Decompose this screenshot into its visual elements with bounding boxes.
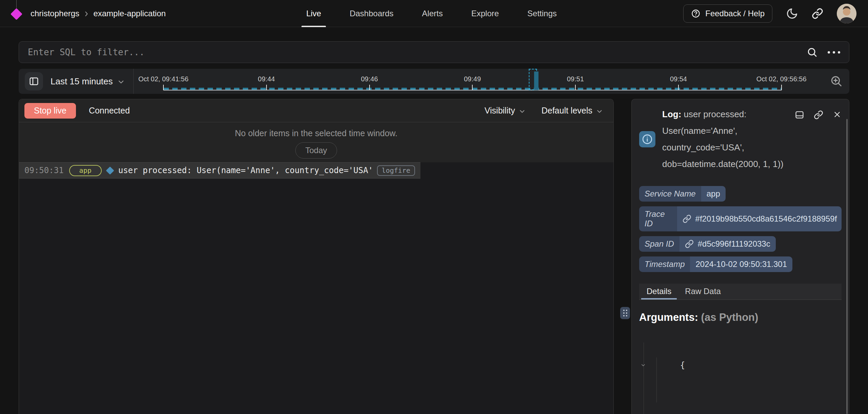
chevron-down-icon [596, 108, 603, 115]
live-panel-header: Stop live Connected Visibility Default l… [19, 99, 613, 122]
field-label: Service Name [639, 186, 701, 202]
info-level-icon [639, 131, 655, 147]
timeline-tick-label: 09:51 [567, 75, 584, 83]
tab-details[interactable]: Details [641, 283, 677, 299]
breadcrumb-separator-icon [83, 9, 92, 18]
more-options-icon[interactable] [828, 51, 840, 54]
field-label: Span ID [639, 236, 679, 252]
dock-bottom-icon [795, 110, 804, 120]
moon-icon [786, 7, 798, 20]
logo-diamond-icon [11, 8, 22, 20]
field-label: Trace ID [639, 206, 677, 231]
copy-link-button[interactable] [814, 110, 823, 120]
detail-tabs: Details Raw Data [639, 284, 842, 300]
panel-left-icon [29, 76, 39, 86]
timeline-tick [678, 85, 679, 90]
primary-nav-tabs: Live Dashboards Alerts Explore Settings [306, 0, 557, 27]
timeline-track[interactable]: Oct 02, 09:41:56 09:44 09:46 09:49 09:51… [134, 69, 814, 94]
tab-explore[interactable]: Explore [471, 0, 499, 27]
timeline-bar: Last 15 minutes Oct 02, 09:41:56 09:44 0… [19, 69, 849, 94]
question-circle-icon [691, 9, 701, 18]
detail-header-actions [795, 106, 842, 172]
sql-filter-bar [19, 41, 849, 63]
timeline-histogram-bar[interactable] [534, 71, 538, 90]
user-avatar[interactable] [837, 4, 856, 23]
detail-header: Log: user processed: User(name='Anne', c… [639, 106, 842, 172]
tab-raw-data[interactable]: Raw Data [679, 283, 726, 299]
breadcrumb-org[interactable]: christophergs [31, 9, 79, 18]
timeline-start-label: Oct 02, 09:41:56 [138, 75, 189, 83]
connection-status: Connected [89, 106, 130, 116]
arguments-python-tree: { 'user': User( name='Anne', country_cod… [639, 329, 842, 414]
log-row[interactable]: 09:50:31 app user processed: User(name='… [19, 162, 420, 179]
link-icon [814, 110, 823, 120]
log-level-diamond-icon [106, 166, 114, 174]
arguments-heading: Arguments: (as Python) [639, 311, 842, 324]
time-range-dropdown[interactable]: Last 15 minutes [51, 76, 125, 87]
breadcrumb-project[interactable]: example-application [93, 9, 165, 18]
detail-fields: Service Name app Trace ID #f2019b98b550c… [639, 186, 842, 272]
timeline-controls: Last 15 minutes [25, 72, 125, 90]
field-trace-id: Trace ID #f2019b98b550cd8a61546c2f918895… [639, 206, 842, 231]
field-value: #d5c996f11192033c [679, 236, 776, 252]
today-button[interactable]: Today [295, 142, 337, 159]
log-row-message: user processed: User(name='Anne', countr… [118, 166, 372, 175]
chevron-down-icon [117, 78, 125, 86]
navbar-actions: Feedback / Help [683, 4, 856, 23]
feedback-help-button[interactable]: Feedback / Help [683, 4, 772, 23]
field-span-id: Span ID #d5c996f11192033c [639, 236, 776, 252]
visibility-dropdown[interactable]: Visibility [485, 106, 526, 116]
theme-toggle-button[interactable] [786, 7, 798, 20]
code-line: 'user': User( [639, 387, 842, 414]
zoom-in-icon [830, 75, 843, 87]
service-badge[interactable]: app [69, 165, 102, 176]
live-controls: Visibility Default levels [485, 106, 608, 116]
field-value: #f2019b98b550cd8a61546c2f9188959f [677, 206, 842, 231]
field-value: app [701, 186, 726, 202]
sidebar-toggle-button[interactable] [25, 72, 43, 90]
link-icon[interactable] [685, 240, 694, 248]
link-icon[interactable] [683, 214, 691, 223]
span-detail-panel: Log: user processed: User(name='Anne', c… [631, 99, 849, 414]
dock-panel-button[interactable] [795, 110, 804, 120]
share-link-button[interactable] [812, 8, 823, 19]
logfire-tag-badge[interactable]: logfire [377, 165, 415, 176]
breadcrumb: christophergs example-application [31, 9, 166, 18]
field-timestamp: Timestamp 2024-10-02 09:50:31.301 [639, 256, 792, 272]
close-icon [833, 110, 842, 119]
timeline-tick-label: 09:49 [464, 75, 481, 83]
timeline-tick [266, 85, 267, 90]
field-value: 2024-10-02 09:50:31.301 [690, 256, 792, 272]
timeline-tick-label: 09:54 [670, 75, 687, 83]
empty-window-zone: No older items in the selected time wind… [19, 122, 613, 162]
field-label: Timestamp [639, 256, 690, 272]
timeline-tick-label: 09:44 [258, 75, 275, 83]
top-navbar: christophergs example-application Live D… [0, 0, 868, 27]
chevron-down-icon [518, 108, 526, 115]
tab-dashboards[interactable]: Dashboards [350, 0, 393, 27]
code-line: { [639, 329, 842, 387]
close-detail-button[interactable] [833, 110, 842, 119]
default-levels-dropdown[interactable]: Default levels [541, 106, 603, 116]
sql-filter-input[interactable] [28, 47, 796, 57]
tab-settings[interactable]: Settings [527, 0, 557, 27]
collapse-chevron-icon[interactable] [653, 392, 693, 414]
brand-breadcrumb: christophergs example-application [12, 4, 166, 23]
empty-window-message: No older items in the selected time wind… [19, 128, 613, 138]
detail-title: Log: user processed: User(name='Anne', c… [662, 106, 788, 172]
timeline-tick [575, 85, 576, 90]
timeline-end-label: Oct 02, 09:56:56 [756, 75, 807, 83]
live-log-panel: Stop live Connected Visibility Default l… [19, 99, 614, 414]
tab-alerts[interactable]: Alerts [422, 0, 443, 27]
panel-resize-handle[interactable] [620, 307, 630, 319]
log-row-time: 09:50:31 [24, 166, 64, 175]
detail-panel-scrollbar[interactable] [846, 119, 848, 414]
timeline-tick-label: 09:46 [361, 75, 378, 83]
stop-live-button[interactable]: Stop live [24, 103, 76, 119]
timeline-tick [163, 85, 164, 90]
tab-live[interactable]: Live [306, 0, 321, 27]
search-icon[interactable] [807, 47, 817, 58]
timeline-tick [781, 85, 782, 90]
logfire-logo-icon[interactable] [12, 4, 22, 23]
timeline-zoom-button[interactable] [830, 75, 843, 87]
